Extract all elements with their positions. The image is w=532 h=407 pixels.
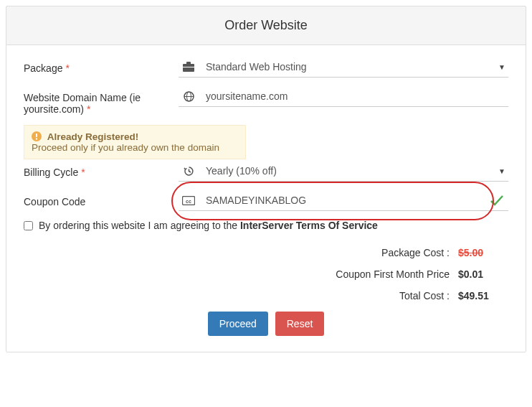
domain-registered-alert: Already Registered! Proceed only if you …	[24, 125, 246, 159]
svg-rect-1	[186, 62, 191, 65]
check-icon	[490, 195, 508, 206]
alert-body: Proceed only if you already own the doma…	[32, 142, 238, 153]
package-value: Standard Web Hosting	[199, 61, 498, 72]
reset-button[interactable]: Reset	[275, 312, 325, 336]
globe-icon	[179, 91, 199, 102]
price-summary: Package Cost : $5.00 Coupon First Month …	[24, 247, 508, 301]
agreement-row: By ordering this website I am agreeing t…	[24, 220, 508, 231]
chevron-down-icon: ▼	[498, 63, 508, 71]
domain-label: Website Domain Name (ie yoursite.com) *	[24, 88, 179, 115]
billing-select[interactable]: Yearly (10% off) ▼	[179, 162, 508, 182]
alert-title: Already Registered!	[47, 131, 139, 142]
billing-label-text: Billing Cycle	[24, 167, 78, 178]
package-label: Package *	[24, 58, 179, 74]
billing-value: Yearly (10% off)	[199, 165, 498, 177]
svg-text:cc: cc	[186, 198, 191, 203]
coupon-price-label: Coupon First Month Price	[336, 268, 450, 280]
history-icon	[179, 166, 199, 177]
package-cost-label: Package Cost :	[381, 247, 450, 258]
required-mark: *	[81, 167, 85, 178]
agree-label[interactable]: By ordering this website I am agreeing t…	[39, 220, 378, 231]
proceed-button[interactable]: Proceed	[208, 312, 268, 336]
svg-rect-8	[36, 139, 37, 140]
agree-text: By ordering this website I am agreeing t…	[39, 220, 240, 231]
billing-row: Billing Cycle * Yearly (10% off) ▼	[24, 162, 508, 182]
domain-row: Website Domain Name (ie yoursite.com) * …	[24, 88, 508, 115]
coupon-price-line: Coupon First Month Price $0.01	[24, 268, 508, 280]
coupon-price-value: $0.01	[458, 268, 508, 280]
order-panel: Order Website Package * Standard Web Hos…	[6, 6, 526, 352]
warning-icon	[32, 131, 44, 142]
svg-rect-7	[36, 134, 37, 137]
svg-rect-0	[183, 64, 194, 72]
package-row: Package * Standard Web Hosting ▼	[24, 58, 508, 78]
required-mark: *	[65, 62, 69, 74]
domain-input[interactable]: yoursitename.com	[179, 88, 508, 107]
terms-link[interactable]: InterServer Terms Of Service	[240, 220, 378, 231]
package-cost-value: $5.00	[458, 247, 508, 258]
domain-label-text: Website Domain Name (ie yoursite.com)	[24, 92, 141, 115]
page-title: Order Website	[6, 6, 526, 45]
button-row: Proceed Reset	[24, 312, 508, 336]
coupon-label-text: Coupon Code	[24, 196, 85, 207]
total-cost-value: $49.51	[458, 290, 508, 301]
package-cost-line: Package Cost : $5.00	[24, 247, 508, 258]
coupon-label: Coupon Code	[24, 192, 179, 207]
agree-checkbox[interactable]	[24, 221, 33, 230]
required-mark: *	[87, 103, 90, 115]
billing-label: Billing Cycle *	[24, 162, 179, 178]
cc-icon: cc	[179, 196, 199, 205]
package-label-text: Package	[24, 62, 62, 74]
coupon-input[interactable]: cc SAMADEYINKABLOG	[179, 192, 508, 211]
briefcase-icon	[179, 62, 199, 72]
svg-rect-2	[183, 67, 194, 67]
total-cost-label: Total Cost :	[399, 290, 450, 301]
package-select[interactable]: Standard Web Hosting ▼	[179, 58, 508, 78]
coupon-value: SAMADEYINKABLOG	[199, 195, 490, 206]
domain-value: yoursitename.com	[199, 90, 508, 102]
chevron-down-icon: ▼	[498, 167, 508, 175]
total-cost-line: Total Cost : $49.51	[24, 290, 508, 301]
coupon-row: Coupon Code cc SAMADEYINKABLOG	[24, 192, 508, 211]
